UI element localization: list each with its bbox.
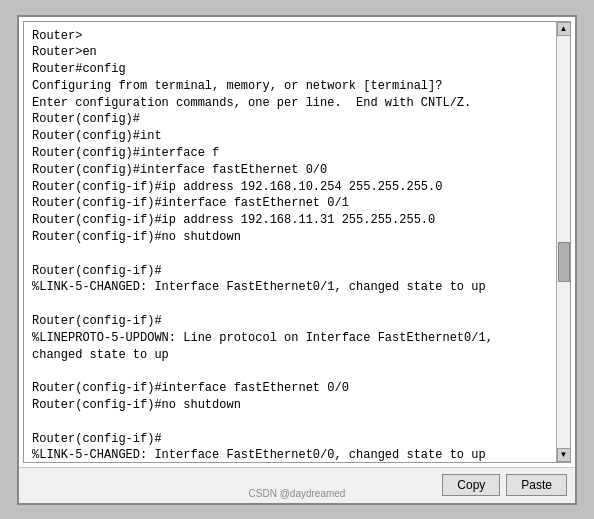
scrollbar[interactable]: ▲ ▼ xyxy=(556,22,570,462)
terminal-area: Router> Router>en Router#config Configur… xyxy=(23,21,571,463)
scrollbar-track[interactable] xyxy=(557,36,571,448)
scrollbar-up-button[interactable]: ▲ xyxy=(557,22,571,36)
watermark: CSDN @daydreamed xyxy=(249,488,346,499)
copy-button[interactable]: Copy xyxy=(442,474,500,496)
terminal-window: Router> Router>en Router#config Configur… xyxy=(17,15,577,505)
scrollbar-down-button[interactable]: ▼ xyxy=(557,448,571,462)
bottom-bar: CSDN @daydreamed Copy Paste xyxy=(19,467,575,503)
paste-button[interactable]: Paste xyxy=(506,474,567,496)
scrollbar-thumb[interactable] xyxy=(558,242,570,282)
terminal-content[interactable]: Router> Router>en Router#config Configur… xyxy=(24,22,556,462)
